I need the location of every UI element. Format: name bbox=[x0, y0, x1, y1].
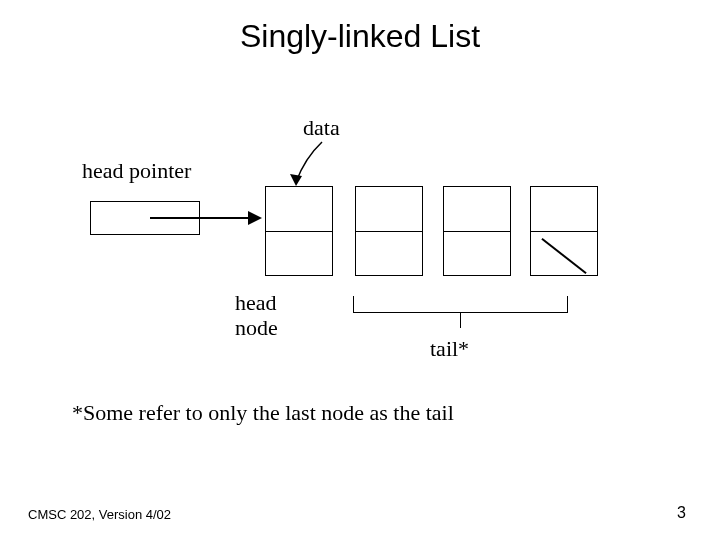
footer-page-number: 3 bbox=[677, 504, 686, 522]
arrow-head-to-node-shaft bbox=[150, 217, 250, 219]
label-head-node: head node bbox=[235, 290, 278, 341]
footer-course: CMSC 202, Version 4/02 bbox=[28, 507, 171, 522]
label-tail: tail* bbox=[430, 336, 469, 362]
node-1 bbox=[265, 186, 333, 276]
tail-bracket-left bbox=[353, 296, 354, 312]
slide-title: Singly-linked List bbox=[0, 18, 720, 55]
node-2 bbox=[355, 186, 423, 276]
node-4 bbox=[530, 186, 598, 276]
tail-bracket-stem bbox=[460, 312, 461, 328]
label-head-pointer: head pointer bbox=[82, 158, 191, 184]
label-data: data bbox=[303, 115, 340, 141]
node-3 bbox=[443, 186, 511, 276]
footnote: *Some refer to only the last node as the… bbox=[72, 400, 454, 426]
arrow-head-to-node-head bbox=[248, 211, 262, 225]
tail-bracket-right bbox=[567, 296, 568, 312]
svg-marker-0 bbox=[290, 174, 302, 186]
